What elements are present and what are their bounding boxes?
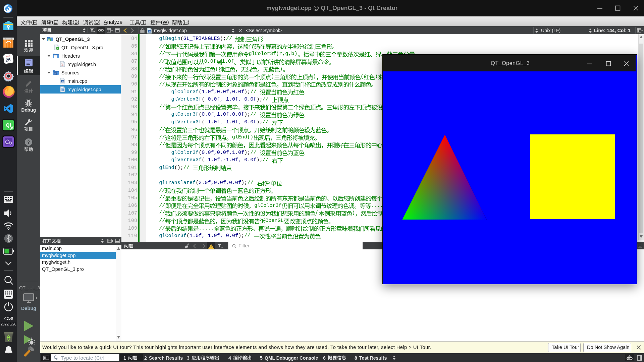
- svg-text:Qt: Qt: [6, 122, 11, 128]
- svg-text:26: 26: [5, 57, 11, 63]
